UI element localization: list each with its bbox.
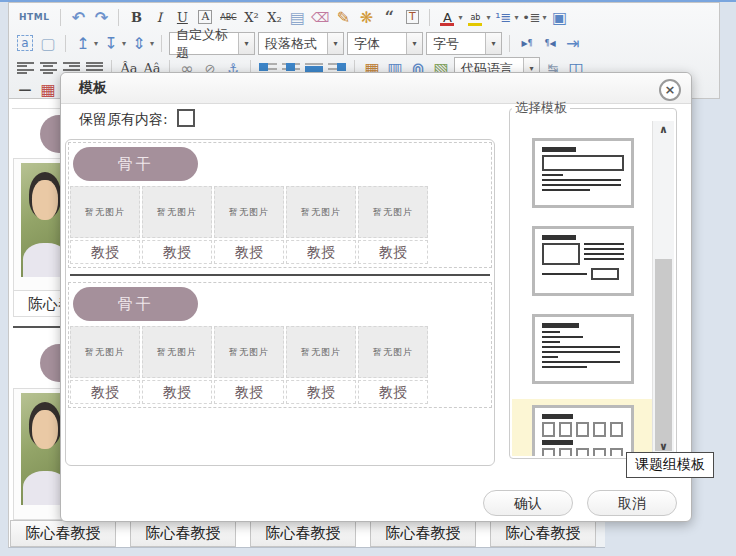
justify-center-icon[interactable]	[38, 58, 58, 78]
bordered-text-icon-glyph: A	[198, 10, 212, 24]
template-article-banner[interactable]	[532, 138, 634, 208]
line-height-icon[interactable]: ⇕	[129, 33, 149, 53]
font-color-icon[interactable]: A	[437, 7, 457, 27]
template-article-banner-wrapper	[512, 135, 654, 211]
paragraph-format-select[interactable]: 段落格式▾	[258, 32, 344, 55]
chevron-down-icon[interactable]: ▾	[486, 13, 490, 22]
highlight-color-icon-glyph: ab	[470, 13, 480, 22]
chevron-down-icon[interactable]: ▾	[542, 13, 546, 22]
image-placeholder-cell[interactable]: 暂无图片	[358, 186, 428, 238]
blockquote-icon[interactable]: “	[379, 7, 399, 27]
template-image-left[interactable]	[532, 226, 634, 296]
template-list-scrollbar[interactable]: ∧ ∨	[652, 121, 674, 456]
font-size-select[interactable]: 字号▾	[426, 32, 502, 55]
image-placeholder-cell[interactable]: 暂无图片	[142, 186, 212, 238]
caption-cell[interactable]: 教授	[214, 240, 284, 264]
undo-icon[interactable]: ↶	[68, 7, 88, 27]
caption-cell[interactable]: 教授	[358, 240, 428, 264]
italic-icon[interactable]: I	[149, 7, 169, 27]
image-placeholder-cell[interactable]: 暂无图片	[70, 186, 140, 238]
caption-cell[interactable]: 教授	[70, 380, 140, 404]
chevron-down-icon[interactable]: ▾	[122, 39, 126, 48]
indent-ltr-icon-glyph: ▶¶	[521, 39, 532, 48]
remove-format-icon-glyph: ⌫	[311, 10, 329, 25]
paste-text-icon[interactable]: T	[402, 7, 422, 27]
redo-icon[interactable]: ↷	[91, 7, 111, 27]
unordered-list-icon-wrap[interactable]: •≣▾	[521, 7, 546, 27]
caption-cell[interactable]: 教授	[142, 380, 212, 404]
redo-icon-glyph: ↷	[95, 8, 108, 27]
image-placeholder-cell[interactable]: 暂无图片	[142, 326, 212, 378]
chevron-down-icon[interactable]: ▾	[327, 33, 343, 54]
auto-typeset-icon[interactable]: ❋	[356, 7, 376, 27]
image-placeholder-cell[interactable]: 暂无图片	[286, 326, 356, 378]
ordered-list-icon-wrap[interactable]: ¹≣▾	[493, 7, 518, 27]
image-placeholder-cell[interactable]: 暂无图片	[358, 326, 428, 378]
section-pill[interactable]: 骨干	[73, 287, 198, 321]
select-all-icon[interactable]: a	[15, 33, 35, 53]
insert-date-icon[interactable]: ▦	[38, 80, 58, 100]
cancel-button[interactable]: 取消	[587, 490, 677, 516]
image-placeholder-cell[interactable]: 暂无图片	[214, 326, 284, 378]
highlight-color-icon[interactable]: ab	[465, 7, 485, 27]
remove-format-icon[interactable]: ⌫	[310, 7, 330, 27]
indent-ltr-icon[interactable]: ▶¶	[517, 33, 537, 53]
caption-cell[interactable]: 教授	[142, 240, 212, 264]
line-height-icon-wrap[interactable]: ⇕▾	[129, 33, 154, 53]
font-color-icon-wrap[interactable]: A▾	[437, 7, 462, 27]
subscript-icon[interactable]: X₂	[264, 7, 284, 27]
paste-word-icon[interactable]: ▤	[287, 7, 307, 27]
chevron-down-icon[interactable]: ▾	[238, 33, 254, 54]
custom-title-select[interactable]: 自定义标题▾	[169, 32, 255, 55]
image-placeholder-cell[interactable]: 暂无图片	[214, 186, 284, 238]
paragraph-space-before-icon[interactable]: ↥	[73, 33, 93, 53]
justify-left-icon[interactable]	[15, 58, 35, 78]
horizontal-rule-icon[interactable]: —	[15, 80, 35, 100]
caption-cell[interactable]: 教授	[70, 240, 140, 264]
template-text-lines[interactable]	[532, 314, 634, 384]
template-dialog: 模板 × 保留原有内容: 骨干暂无图片暂无图片暂无图片暂无图片暂无图片教授教授教…	[60, 72, 692, 522]
font-family-select[interactable]: 字体▾	[347, 32, 423, 55]
paragraph-space-after-icon[interactable]: ↧	[101, 33, 121, 53]
close-icon[interactable]: ×	[659, 79, 681, 101]
chevron-down-icon[interactable]: ▾	[485, 33, 501, 54]
source-button[interactable]: HTML	[15, 7, 53, 27]
chevron-down-icon[interactable]: ▾	[406, 33, 422, 54]
chevron-down-icon[interactable]: ▾	[94, 39, 98, 48]
section-pill[interactable]: 骨干	[73, 147, 198, 181]
caption-cell[interactable]: 教授	[286, 240, 356, 264]
strikethrough-icon[interactable]: ABC	[218, 7, 238, 27]
chevron-down-icon[interactable]: ▾	[150, 39, 154, 48]
caption-cell[interactable]: 教授	[358, 380, 428, 404]
keep-original-checkbox[interactable]	[177, 109, 195, 127]
preview-icon-glyph: ▣	[552, 8, 567, 27]
indent-rtl-icon[interactable]: ¶◀	[540, 33, 560, 53]
paragraph-space-after-icon-wrap[interactable]: ↧▾	[101, 33, 126, 53]
paragraph-space-before-icon-wrap[interactable]: ↥▾	[73, 33, 98, 53]
superscript-icon-glyph: X²	[244, 10, 258, 25]
first-line-indent-icon[interactable]: ⇥	[563, 33, 583, 53]
preview-icon[interactable]: ▣	[549, 7, 569, 27]
caption-cell[interactable]: 教授	[214, 380, 284, 404]
scrollbar-thumb[interactable]	[655, 259, 672, 451]
template-group-grid[interactable]	[532, 405, 634, 456]
superscript-icon[interactable]: X²	[241, 7, 261, 27]
scroll-up-icon[interactable]: ∧	[653, 121, 674, 139]
caption-cell[interactable]: 教授	[286, 380, 356, 404]
underline-icon[interactable]: U	[172, 7, 192, 27]
ordered-list-icon[interactable]: ¹≣	[493, 7, 513, 27]
unordered-list-icon[interactable]: •≣	[521, 7, 541, 27]
custom-title-select-label: 自定义标题	[170, 33, 238, 54]
format-painter-icon-glyph: ✎	[337, 8, 350, 27]
strikethrough-icon-glyph: ABC	[220, 13, 236, 22]
new-page-icon[interactable]: ▢	[38, 33, 58, 53]
highlight-color-icon-wrap[interactable]: ab▾	[465, 7, 490, 27]
chevron-down-icon[interactable]: ▾	[514, 13, 518, 22]
format-painter-icon[interactable]: ✎	[333, 7, 353, 27]
bordered-text-icon[interactable]: A	[195, 7, 215, 27]
image-placeholder-cell[interactable]: 暂无图片	[286, 186, 356, 238]
image-placeholder-cell[interactable]: 暂无图片	[70, 326, 140, 378]
confirm-button[interactable]: 确认	[483, 490, 573, 516]
chevron-down-icon[interactable]: ▾	[458, 13, 462, 22]
bold-icon[interactable]: B	[126, 7, 146, 27]
